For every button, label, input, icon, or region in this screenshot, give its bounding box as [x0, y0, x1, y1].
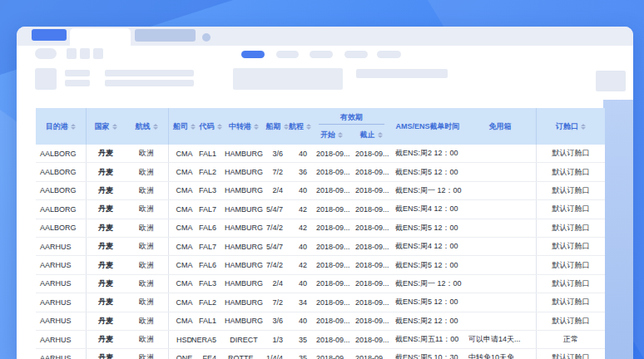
cell-dest: AALBORG: [36, 163, 87, 180]
cell-booking[interactable]: 正常: [537, 331, 605, 348]
cell-freebox: [464, 182, 537, 199]
col-header-dest[interactable]: 目的港: [36, 108, 87, 145]
browser-tab-inactive[interactable]: [135, 29, 196, 42]
cell-start: 2018-09...: [312, 331, 351, 348]
table-row: AALBORG丹麦欧洲CMAFAL6HAMBURG7/4/2422018-09.…: [36, 219, 605, 238]
nav-item-active[interactable]: [241, 51, 265, 58]
cell-route: 欧洲: [125, 293, 169, 311]
cell-booking[interactable]: 默认订舱口: [537, 275, 605, 293]
col-header-end[interactable]: 截止: [351, 125, 391, 145]
col-header-route[interactable]: 航线: [125, 108, 169, 145]
sort-icon[interactable]: [71, 124, 76, 130]
browser-tab-active[interactable]: [70, 28, 131, 46]
col-header-start[interactable]: 开始: [312, 125, 351, 145]
cell-ams: 截ENS:周5 12：00: [391, 293, 464, 311]
nav-item[interactable]: [344, 51, 368, 58]
text-placeholder: [105, 80, 194, 86]
cell-booking[interactable]: 默认订舱口: [537, 312, 605, 330]
cell-transit: HAMBURG: [221, 163, 266, 180]
cell-booking[interactable]: 默认订舱口: [537, 200, 605, 218]
cell-booking[interactable]: 默认订舱口: [537, 182, 605, 199]
sort-icon[interactable]: [254, 124, 259, 130]
col-header-code[interactable]: 代码: [200, 108, 221, 145]
sort-icon[interactable]: [581, 124, 586, 130]
cell-freebox: 中转免10天免...: [464, 349, 537, 359]
col-header-booking[interactable]: 订舱口: [537, 108, 605, 145]
cell-booking[interactable]: 默认订舱口: [537, 163, 605, 180]
cell-code: FAL1: [200, 312, 221, 330]
cell-start: 2018-09...: [312, 163, 351, 180]
sort-icon[interactable]: [153, 124, 158, 130]
toolbar-button[interactable]: [67, 48, 77, 59]
table-header-row: 目的港国家航线船司代码中转港船期航程有效期开始截止AMS/ENS截单时间免用箱订…: [36, 108, 605, 145]
nav-item[interactable]: [276, 51, 299, 58]
cell-code: FAL2: [200, 163, 221, 180]
cell-schedule: 7/4/2: [266, 256, 288, 273]
back-forward-control[interactable]: [35, 48, 57, 59]
sort-icon[interactable]: [338, 132, 343, 138]
cell-days: 40: [288, 182, 312, 199]
text-placeholder: [65, 70, 90, 76]
cell-end: 2018-09...: [351, 293, 391, 311]
cell-days: 42: [288, 256, 312, 273]
browser-tab-pinned[interactable]: [32, 29, 67, 41]
cell-carrier: CMA: [169, 312, 200, 330]
col-header-label: 代码: [200, 121, 215, 132]
cell-days: 40: [288, 145, 312, 162]
cell-code: FAL1: [200, 145, 221, 162]
cell-route: 欧洲: [125, 219, 169, 237]
cell-country: 丹麦: [87, 182, 125, 199]
cell-transit: HAMBURG: [221, 312, 266, 330]
cell-booking[interactable]: 默认订舱口: [537, 238, 605, 255]
cell-dest: AALBORG: [36, 219, 87, 237]
cell-route: 欧洲: [125, 182, 169, 199]
cell-booking[interactable]: 默认订舱口: [537, 293, 605, 311]
cell-country: 丹麦: [87, 219, 125, 237]
sort-icon[interactable]: [306, 124, 311, 130]
cell-freebox: [464, 200, 537, 218]
cell-ams: 截ENS:周2 12：00: [391, 145, 464, 162]
toolbar-button[interactable]: [80, 48, 90, 59]
cell-country: 丹麦: [87, 275, 125, 293]
logo-placeholder: [35, 68, 57, 90]
new-tab-button[interactable]: [202, 33, 211, 42]
nav-item[interactable]: [310, 51, 333, 58]
search-box-placeholder[interactable]: [233, 68, 343, 90]
text-placeholder: [105, 70, 194, 76]
table-row: AALBORG丹麦欧洲CMAFAL7HAMBURG5/4/7422018-09.…: [36, 200, 605, 219]
cell-carrier: CMA: [169, 256, 200, 273]
cell-dest: AALBORG: [36, 200, 87, 218]
scrollbar-track[interactable]: [603, 100, 633, 359]
cell-schedule: 1/3: [266, 331, 288, 348]
cell-code: NERA5: [200, 331, 221, 348]
col-header-label: 航程: [289, 121, 304, 132]
col-header-carrier[interactable]: 船司: [169, 108, 200, 145]
cell-start: 2018-09...: [312, 256, 351, 273]
sort-icon[interactable]: [191, 124, 196, 130]
cell-booking[interactable]: 默认订舱口: [537, 256, 605, 273]
nav-item[interactable]: [377, 51, 401, 58]
col-header-freebox: 免用箱: [464, 108, 537, 145]
sort-icon[interactable]: [378, 132, 383, 138]
col-header-days[interactable]: 航程: [288, 108, 312, 145]
text-placeholder: [65, 80, 90, 86]
cell-booking[interactable]: 默认订舱口: [537, 349, 605, 359]
col-header-schedule[interactable]: 船期: [266, 108, 288, 145]
toolbar-button[interactable]: [93, 48, 103, 59]
cell-transit: HAMBURG: [221, 256, 266, 273]
col-header-label: 船期: [266, 121, 281, 132]
cell-country: 丹麦: [87, 238, 125, 255]
cell-booking[interactable]: 默认订舱口: [537, 219, 605, 237]
cell-ams: 截ENS:周一 12：00: [391, 275, 464, 293]
cell-transit: HAMBURG: [221, 200, 266, 218]
cell-route: 欧洲: [125, 275, 169, 293]
cell-route: 欧洲: [125, 238, 169, 255]
sort-icon[interactable]: [112, 124, 117, 130]
col-header-country[interactable]: 国家: [87, 108, 125, 145]
col-header-transit[interactable]: 中转港: [221, 108, 266, 145]
cell-end: 2018-09...: [351, 182, 391, 199]
cell-transit: HAMBURG: [221, 145, 266, 162]
cell-ams: 截ENS:周5 12：00: [391, 219, 464, 237]
cell-freebox: 可以申请14天...: [464, 331, 537, 348]
cell-booking[interactable]: 默认订舱口: [537, 145, 605, 162]
